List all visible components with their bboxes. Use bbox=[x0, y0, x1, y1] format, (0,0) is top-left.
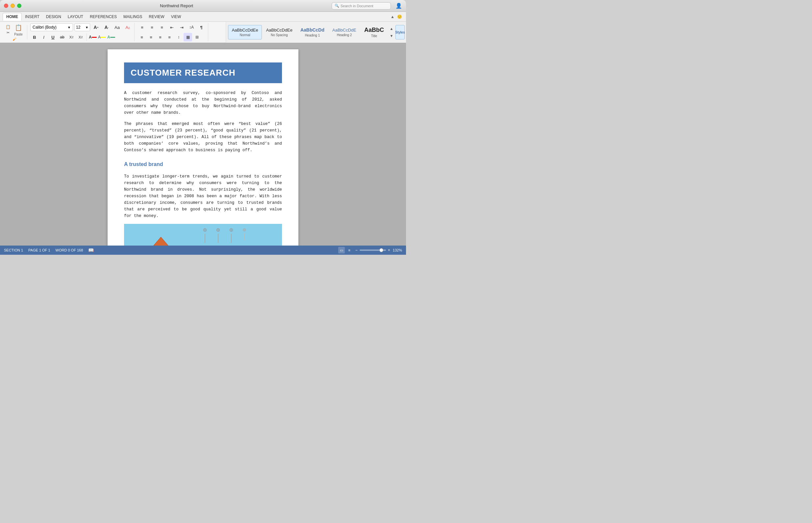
zoom-in-btn[interactable]: + bbox=[388, 248, 390, 252]
ribbon-collapse-chevron[interactable]: ▲ bbox=[389, 15, 396, 19]
zoom-out-btn[interactable]: − bbox=[355, 248, 358, 252]
superscript-btn[interactable]: X2 bbox=[76, 33, 85, 41]
zoom-track[interactable] bbox=[360, 250, 386, 251]
italic-btn[interactable]: I bbox=[39, 33, 48, 41]
close-button[interactable] bbox=[4, 4, 8, 8]
clear-format-btn[interactable]: A× bbox=[123, 23, 132, 32]
align-right-btn[interactable]: ≡ bbox=[156, 33, 165, 41]
maximize-button[interactable] bbox=[17, 4, 21, 8]
style-heading2[interactable]: AaBbCcDdE Heading 2 bbox=[329, 25, 360, 39]
section-heading: A trusted brand bbox=[124, 160, 282, 169]
shading-btn[interactable]: ▦ bbox=[184, 33, 192, 41]
paste-btn[interactable]: 📋 bbox=[13, 23, 24, 32]
align-left-btn[interactable]: ≡ bbox=[138, 33, 146, 41]
turbine-2: ⊕ bbox=[216, 227, 220, 243]
styles-scroll-down[interactable]: ▼ bbox=[388, 32, 395, 39]
tab-insert[interactable]: INSERT bbox=[22, 13, 43, 20]
menu-tabs: HOME INSERT DESIGN LAYOUT REFERENCES MAI… bbox=[0, 12, 406, 22]
font-size-select[interactable]: 12 ▼ bbox=[74, 23, 90, 31]
print-layout-btn[interactable]: ▭ bbox=[338, 247, 345, 253]
style-heading2-label: Heading 2 bbox=[337, 33, 352, 37]
change-case-btn[interactable]: Aa bbox=[113, 23, 122, 32]
paragraph-1: A customer research survey, co-sponsored… bbox=[124, 90, 282, 116]
bold-btn[interactable]: B bbox=[30, 33, 39, 41]
style-title-preview: AaBbC bbox=[364, 26, 384, 34]
section-info: SECTION 1 bbox=[4, 248, 23, 252]
font-color-btn[interactable]: A bbox=[88, 33, 97, 41]
numbering-btn[interactable]: ≡ bbox=[148, 23, 157, 32]
copy-btn[interactable]: 📋 bbox=[4, 24, 12, 30]
bullets-btn[interactable]: ≡ bbox=[138, 23, 147, 32]
read-mode-btn[interactable]: ≡ bbox=[346, 247, 353, 253]
traffic-lights bbox=[4, 4, 21, 8]
style-heading1-label: Heading 1 bbox=[305, 34, 320, 37]
sort-btn[interactable]: ↕A bbox=[187, 23, 196, 32]
font-group: Calibri (Body) ▼ 12 ▼ A+ A- Aa A× B bbox=[28, 23, 135, 41]
multilevel-btn[interactable]: ≡ bbox=[157, 23, 167, 32]
style-title-label: Title bbox=[371, 34, 377, 38]
turbine-4: ⊕ bbox=[242, 227, 246, 243]
font-family-select[interactable]: Calibri (Body) ▼ bbox=[30, 23, 73, 31]
tab-home[interactable]: HOME bbox=[3, 13, 22, 21]
align-center-btn[interactable]: ≡ bbox=[147, 33, 155, 41]
show-hide-btn[interactable]: ¶ bbox=[197, 23, 206, 32]
window-title: Northwind Report bbox=[21, 3, 332, 8]
strikethrough-btn[interactable]: ab bbox=[58, 33, 67, 41]
wind-turbines: ⊕ ⊕ ⊕ ⊕ bbox=[203, 227, 246, 243]
style-heading1-preview: AaBbCcDd bbox=[300, 27, 324, 33]
account-icon[interactable]: 👤 bbox=[396, 3, 402, 9]
tab-view[interactable]: VIEW bbox=[168, 13, 185, 20]
turbine-1: ⊕ bbox=[203, 227, 207, 243]
tab-mailings[interactable]: MAILINGS bbox=[120, 13, 145, 20]
document-page: CUSTOMER RESEARCH A customer research su… bbox=[108, 49, 298, 246]
styles-gallery-btn[interactable]: Styles bbox=[396, 25, 405, 39]
search-icon: 🔍 bbox=[334, 4, 339, 8]
tab-review[interactable]: REVIEW bbox=[145, 13, 168, 20]
font-grow-btn[interactable]: A+ bbox=[91, 23, 101, 32]
kite-shape bbox=[148, 237, 174, 246]
subscript-btn[interactable]: X2 bbox=[67, 33, 76, 41]
underline-btn[interactable]: U bbox=[49, 33, 57, 41]
search-placeholder: Search in Document bbox=[341, 4, 374, 8]
document-title: CUSTOMER RESEARCH bbox=[131, 68, 235, 77]
text-effects-btn[interactable]: A bbox=[107, 33, 116, 41]
tab-references[interactable]: REFERENCES bbox=[87, 13, 120, 20]
style-title[interactable]: AaBbC Title bbox=[361, 25, 387, 39]
tab-layout[interactable]: LAYOUT bbox=[65, 13, 87, 20]
font-shrink-btn[interactable]: A- bbox=[102, 23, 111, 32]
status-bar: SECTION 1 PAGE 1 OF 1 WORD 0 OF 168 📖 ▭ … bbox=[0, 246, 406, 255]
turbine-3: ⊕ bbox=[229, 227, 233, 243]
font-size-chevron: ▼ bbox=[85, 25, 88, 29]
paragraph-group: ≡ ≡ ≡ ⇤ ⇥ ↕A ¶ ≡ ≡ ≡ ≡ ↕ ▦ bbox=[136, 23, 208, 41]
document-body: A customer research survey, co-sponsored… bbox=[124, 90, 282, 246]
zoom-thumb[interactable] bbox=[379, 248, 383, 252]
paragraph-3: To investigate longer-term trends, we ag… bbox=[124, 173, 282, 219]
view-icons: ▭ ≡ bbox=[338, 247, 353, 253]
page-info: PAGE 1 OF 1 bbox=[28, 248, 50, 252]
styles-panel: AaBbCcDdEe Normal AaBbCcDdEe No Spacing … bbox=[226, 22, 406, 43]
styles-scroll-up[interactable]: ▲ bbox=[388, 25, 395, 32]
document-title-banner: CUSTOMER RESEARCH bbox=[124, 62, 282, 83]
emoji-btn[interactable]: 🙂 bbox=[396, 15, 403, 19]
highlight-btn[interactable]: A bbox=[98, 33, 106, 41]
style-heading1[interactable]: AaBbCcDd Heading 1 bbox=[297, 25, 328, 39]
style-no-spacing[interactable]: AaBbCcDdEe No Spacing bbox=[262, 25, 296, 39]
format-painter-btn[interactable]: 🖌 bbox=[11, 37, 18, 41]
title-bar-right: 🔍 Search in Document 👤 bbox=[332, 2, 402, 10]
style-no-spacing-label: No Spacing bbox=[271, 33, 288, 37]
style-normal[interactable]: AaBbCcDdEe Normal bbox=[228, 25, 262, 39]
borders-btn[interactable]: ⊞ bbox=[193, 33, 201, 41]
toolbar-row1: 📋 ✂ 📋 Paste 🖌 bbox=[0, 22, 226, 43]
line-spacing-btn[interactable]: ↕ bbox=[174, 33, 183, 41]
tab-design[interactable]: DESIGN bbox=[43, 13, 65, 20]
minimize-button[interactable] bbox=[11, 4, 15, 8]
search-box[interactable]: 🔍 Search in Document bbox=[332, 2, 391, 10]
increase-indent-btn[interactable]: ⇥ bbox=[177, 23, 186, 32]
style-heading2-preview: AaBbCcDdE bbox=[332, 28, 356, 33]
cut-btn[interactable]: ✂ bbox=[4, 30, 12, 35]
justify-btn[interactable]: ≡ bbox=[165, 33, 174, 41]
sep1 bbox=[87, 33, 87, 41]
book-icon[interactable]: 📖 bbox=[88, 248, 94, 253]
word-count: WORD 0 OF 168 bbox=[56, 248, 83, 252]
decrease-indent-btn[interactable]: ⇤ bbox=[167, 23, 176, 32]
